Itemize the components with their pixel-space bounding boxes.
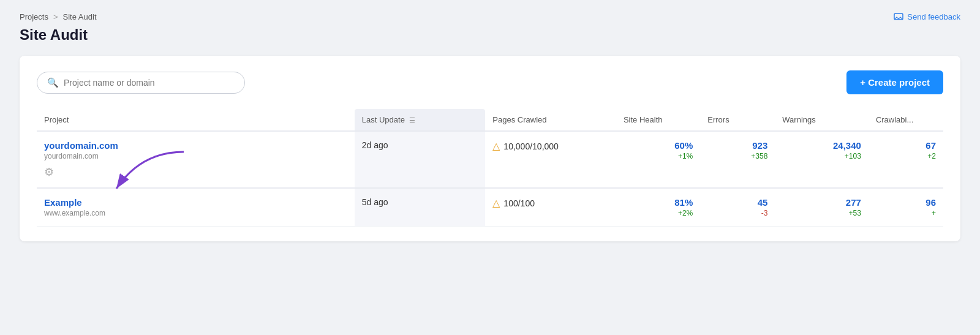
pages-crawled-cell-2: △ 100/100	[485, 188, 616, 227]
project-domain-1: yourdomain.com	[44, 152, 347, 160]
table-row: Example www.example.com 5d ago △ 100/100	[37, 188, 943, 227]
send-feedback-button[interactable]: Send feedback	[894, 12, 960, 21]
project-cell-1: yourdomain.com yourdomain.com ⚙	[37, 131, 355, 188]
projects-table: Project Last Update ☰ Pages Crawled Site…	[37, 109, 943, 227]
col-header-site-health: Site Health	[616, 109, 700, 131]
col-header-pages-crawled: Pages Crawled	[485, 109, 616, 131]
feedback-icon	[894, 13, 903, 21]
last-update-cell-1: 2d ago	[355, 131, 486, 188]
search-input[interactable]	[64, 78, 235, 88]
col-header-errors: Errors	[700, 109, 775, 131]
page-title: Site Audit	[20, 26, 960, 43]
breadcrumb: Projects > Site Audit	[20, 12, 960, 21]
project-name-link-2[interactable]: Example	[44, 197, 82, 208]
settings-icon-1[interactable]: ⚙	[44, 165, 347, 179]
breadcrumb-separator: >	[53, 12, 58, 21]
last-update-cell-2: 5d ago	[355, 188, 486, 227]
table-row: yourdomain.com yourdomain.com ⚙ 2d ago △…	[37, 131, 943, 188]
errors-cell-2: 45 -3	[700, 188, 775, 227]
toolbar: 🔍 + Create project	[37, 70, 943, 94]
col-header-crawlability: Crawlabi...	[869, 109, 943, 131]
warning-icon-1: △	[492, 140, 500, 152]
site-health-cell-1: 60% +1%	[616, 131, 700, 188]
search-icon: 🔍	[47, 77, 59, 88]
project-name-link-1[interactable]: yourdomain.com	[44, 140, 118, 151]
project-domain-2: www.example.com	[44, 209, 347, 217]
data-table: Project Last Update ☰ Pages Crawled Site…	[37, 109, 943, 227]
project-cell-2: Example www.example.com	[37, 188, 355, 227]
warnings-cell-1: 24,340 +103	[775, 131, 869, 188]
col-header-warnings: Warnings	[775, 109, 869, 131]
col-header-last-update[interactable]: Last Update ☰	[355, 109, 486, 131]
errors-cell-1: 923 +358	[700, 131, 775, 188]
breadcrumb-current: Site Audit	[63, 12, 97, 21]
pages-crawled-cell-1: △ 10,000/10,000	[485, 131, 616, 188]
crawlability-cell-1: 67 +2	[869, 131, 943, 188]
breadcrumb-projects[interactable]: Projects	[20, 12, 48, 21]
sort-icon: ☰	[409, 116, 415, 124]
main-card: 🔍 + Create project Pr	[20, 56, 960, 241]
site-health-cell-2: 81% +2%	[616, 188, 700, 227]
create-project-button[interactable]: + Create project	[846, 70, 943, 94]
col-header-project: Project	[37, 109, 355, 131]
warning-icon-2: △	[492, 197, 500, 209]
warnings-cell-2: 277 +53	[775, 188, 869, 227]
search-box: 🔍	[37, 72, 245, 94]
crawlability-cell-2: 96 +	[869, 188, 943, 227]
